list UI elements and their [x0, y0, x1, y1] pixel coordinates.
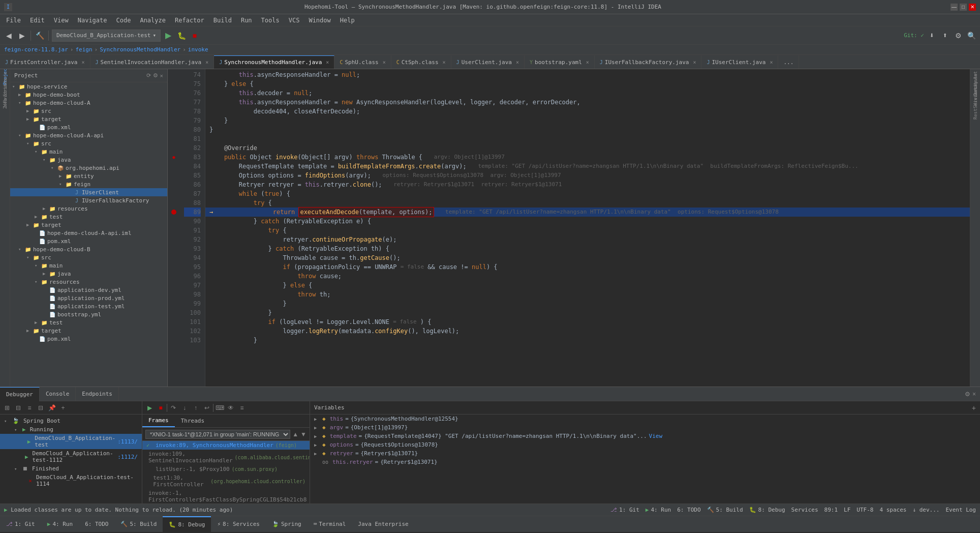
- var-this[interactable]: ▶ ◆ this = {SynchronousMethodHandler@125…: [310, 414, 980, 423]
- dock-debug[interactable]: 🐛 8: Debug: [163, 516, 211, 532]
- git-tab[interactable]: ⎇ 1: Git: [610, 507, 639, 513]
- run-config-selector[interactable]: DemoCloud_B_Application-test ▾: [52, 29, 161, 42]
- frame-item-5[interactable]: invoke:-1, FirstController$FastClassBySp…: [142, 489, 310, 504]
- settings-button[interactable]: ⚙: [953, 30, 964, 41]
- svc-democlouda-1114[interactable]: × DemoCloud_A_Application-test-1114: [0, 473, 142, 488]
- toolbar-build-button[interactable]: 🔨: [34, 30, 45, 41]
- menu-edit[interactable]: Edit: [26, 16, 49, 25]
- dbg-stop[interactable]: ■: [156, 403, 166, 413]
- debugger-settings-button[interactable]: ⚙: [965, 391, 970, 398]
- svc-btn2[interactable]: ⊟: [13, 403, 23, 413]
- tree-item-pom-b[interactable]: 📄 pom.xml: [10, 335, 167, 343]
- svc-finished[interactable]: ▾ ⏹ Finished: [0, 464, 142, 473]
- debugger-close-button[interactable]: ×: [972, 391, 976, 398]
- indent-indicator[interactable]: 4 spaces: [879, 507, 906, 513]
- breadcrumb-method[interactable]: invoke: [188, 46, 208, 53]
- dbg-run-to-cursor[interactable]: ↩: [202, 403, 212, 413]
- encoding-indicator[interactable]: UTF-8: [856, 507, 873, 513]
- tree-item-hope-demo-cloud-a-api[interactable]: ▾ 📁 hope-demo-cloud-A-api: [10, 131, 167, 139]
- tree-item-app-test[interactable]: 📄 application-test.yml: [10, 302, 167, 310]
- tree-item-src-api[interactable]: ▾ 📁 src: [10, 139, 167, 147]
- tree-item-java-b[interactable]: ▶ 📁 java: [10, 270, 167, 278]
- close-button[interactable]: ✕: [969, 4, 976, 11]
- tree-item-target-b[interactable]: ▶ 📁 target: [10, 327, 167, 335]
- rest-services-side-icon[interactable]: RestServices: [971, 99, 979, 107]
- toolbar-forward-button[interactable]: ▶: [16, 30, 27, 41]
- var-view-link[interactable]: View: [649, 433, 663, 439]
- dock-build[interactable]: 🔨 5: Build: [114, 516, 163, 532]
- dock-terminal[interactable]: ⌨ Terminal: [308, 516, 352, 532]
- tree-item-src-a[interactable]: ▶ 📁 src: [10, 107, 167, 115]
- tree-item-main-b[interactable]: ▾ 📁 main: [10, 261, 167, 270]
- svc-democloudb[interactable]: ▶ DemoCloud_B_Application-test :1113/: [0, 434, 142, 449]
- close-icon[interactable]: ×: [586, 60, 589, 65]
- tree-item-target-a[interactable]: ▶ 📁 target: [10, 115, 167, 123]
- project-close-button[interactable]: ×: [160, 72, 163, 79]
- tree-item-src-b[interactable]: ▾ 📁 src: [10, 253, 167, 261]
- todo-tab[interactable]: 6: TODO: [677, 507, 700, 513]
- menu-run[interactable]: Run: [237, 16, 256, 25]
- run-button[interactable]: ▶: [163, 30, 174, 41]
- variables-add-button[interactable]: +: [972, 404, 976, 412]
- close-icon[interactable]: ×: [516, 60, 519, 65]
- dbg-watchpoints[interactable]: 👁: [226, 403, 236, 413]
- tree-item-iml[interactable]: 📄 hope-demo-cloud-A-api.iml: [10, 229, 167, 237]
- tab-more[interactable]: ...: [778, 55, 799, 69]
- build-tab[interactable]: 🔨 5: Build: [707, 507, 743, 513]
- menu-view[interactable]: View: [50, 16, 73, 25]
- tree-item-resources-b[interactable]: ▾ 📁 resources: [10, 278, 167, 286]
- services-tab[interactable]: Services: [791, 507, 818, 513]
- menu-analyze[interactable]: Analyze: [136, 16, 170, 25]
- dock-git[interactable]: ⎇ 1: Git: [0, 516, 41, 532]
- close-icon[interactable]: ×: [693, 60, 696, 65]
- thread-nav-up[interactable]: ▲: [292, 431, 298, 438]
- dock-run[interactable]: ▶ 4: Run: [41, 516, 79, 532]
- thread-select[interactable]: *XNIO-1 task-1*@12,071 in group 'main': …: [145, 430, 290, 439]
- tree-item-hope-demo-boot[interactable]: ▶ 📁 hope-demo-boot: [10, 91, 167, 99]
- dbg-resume[interactable]: ▶: [144, 403, 155, 413]
- tab-firstcontroller[interactable]: J FirstController.java ×: [0, 55, 90, 69]
- code-content[interactable]: this.asyncResponseHandler = null; } else…: [205, 69, 970, 387]
- var-options[interactable]: ▶ ◆ options = {Request$Options@13078}: [310, 440, 980, 449]
- var-template[interactable]: ▶ ◆ template = {RequestTemplate@14047} "…: [310, 432, 980, 440]
- menu-build[interactable]: Build: [209, 16, 236, 25]
- close-icon[interactable]: ×: [81, 60, 84, 65]
- var-this-retryer[interactable]: oo this.retryer = {Retryer$1@13071}: [310, 458, 980, 466]
- tree-item-test-b[interactable]: ▶ 📁 test: [10, 318, 167, 327]
- tab-console[interactable]: Console: [40, 387, 76, 401]
- tree-item-iuserclient[interactable]: J IUserClient: [10, 188, 167, 196]
- svc-running[interactable]: ▾ ▶ Running: [0, 425, 142, 434]
- toolbar-back-button[interactable]: ◀: [3, 30, 14, 41]
- web-side-icon[interactable]: Web: [1, 99, 9, 107]
- menu-navigate[interactable]: Navigate: [74, 16, 111, 25]
- frame-item-4[interactable]: test1:30, FirstController (org.hopehomi.…: [142, 473, 310, 489]
- svc-add-button[interactable]: +: [58, 403, 68, 413]
- tab-debugger[interactable]: Debugger: [0, 387, 40, 401]
- tree-item-org-hopehomi-api[interactable]: ▾ 📦 org.hopehomi.api: [10, 164, 167, 172]
- dbg-step-over[interactable]: ↷: [168, 403, 178, 413]
- menu-tools[interactable]: Tools: [257, 16, 284, 25]
- svc-springboot[interactable]: ▾ 🍃 Spring Boot: [0, 417, 142, 425]
- svc-democlouda-1112-link[interactable]: :1112/: [117, 454, 138, 460]
- tab-iuserclient[interactable]: J IUserClient.java ×: [701, 55, 778, 69]
- menu-code[interactable]: Code: [112, 16, 135, 25]
- tree-item-hope-service[interactable]: ▾ 📁 hope-service: [10, 82, 167, 91]
- tree-item-app-prod[interactable]: 📄 application-prod.yml: [10, 294, 167, 302]
- tab-iuserfallbackfactory[interactable]: J IUserFallbackFactory.java ×: [595, 55, 702, 69]
- thread-nav-down[interactable]: ▼: [300, 431, 307, 438]
- dock-todo[interactable]: 6: TODO: [79, 516, 114, 532]
- tree-item-main-api[interactable]: ▾ 📁 main: [10, 147, 167, 156]
- tab-endpoints[interactable]: Endpoints: [76, 387, 119, 401]
- vcs-indicator[interactable]: ↓ dev...: [912, 507, 939, 513]
- git-update-button[interactable]: ⬇: [926, 30, 937, 41]
- favorites-side-icon[interactable]: 2:Favorites: [1, 90, 9, 98]
- tab-threads[interactable]: Threads: [175, 414, 210, 427]
- close-icon[interactable]: ×: [205, 60, 208, 65]
- stop-button[interactable]: ■: [189, 30, 200, 41]
- search-everywhere-button[interactable]: 🔍: [966, 30, 977, 41]
- var-retryer[interactable]: ▶ ◆ retryer = {Retryer$1@13071}: [310, 449, 980, 458]
- tab-sphu[interactable]: C SphU.class ×: [334, 55, 391, 69]
- project-sync-button[interactable]: ⟳: [146, 72, 151, 79]
- tree-item-target-api[interactable]: ▶ 📁 target: [10, 221, 167, 229]
- dock-services[interactable]: ⚡ 8: Services: [211, 516, 265, 532]
